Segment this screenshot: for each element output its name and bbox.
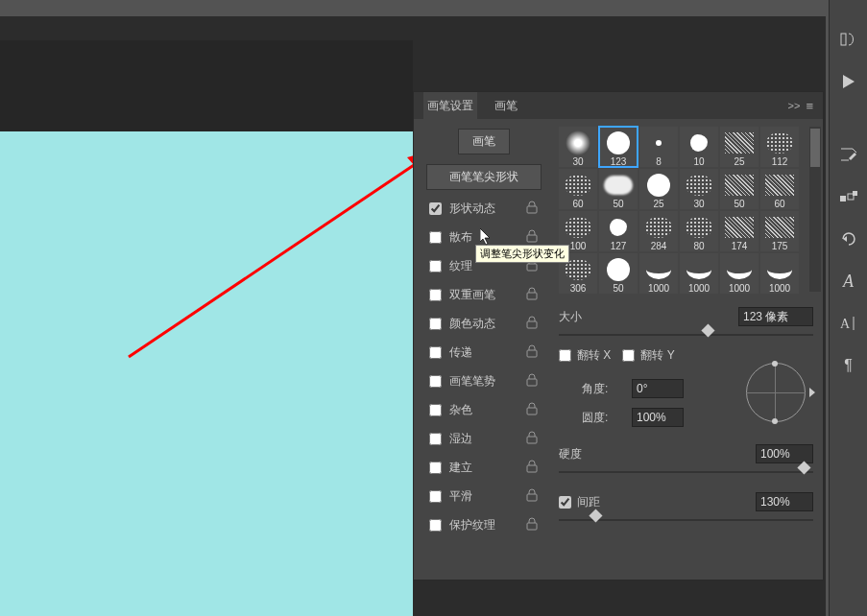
svg-rect-3	[527, 235, 537, 242]
option-checkbox-smoothing[interactable]	[429, 490, 442, 503]
option-wet_edges[interactable]: 湿边	[420, 424, 547, 453]
option-checkbox-shape_dynamics[interactable]	[429, 202, 442, 215]
lock-icon[interactable]	[526, 287, 540, 302]
brush-thumbnail[interactable]: 30	[680, 169, 718, 209]
play-icon[interactable]	[838, 71, 859, 92]
brush-size-label: 30	[572, 156, 583, 167]
option-smoothing[interactable]: 平滑	[420, 482, 547, 510]
option-build_up[interactable]: 建立	[420, 453, 547, 482]
svg-rect-9	[527, 408, 537, 415]
option-color_dynamics[interactable]: 颜色动态	[420, 309, 547, 338]
spacing-input[interactable]	[756, 492, 813, 511]
character-panel-icon[interactable]: A	[838, 313, 859, 334]
paragraph-icon[interactable]: ¶	[838, 355, 859, 376]
brush-size-label: 60	[774, 199, 784, 209]
lock-icon[interactable]	[526, 316, 540, 331]
brush-thumbnail[interactable]: 30	[559, 127, 597, 167]
lock-icon[interactable]	[526, 201, 540, 216]
brush-thumbnail[interactable]: 174	[720, 211, 759, 251]
lock-icon[interactable]	[526, 344, 540, 360]
option-checkbox-transfer[interactable]	[429, 346, 442, 359]
roundness-input[interactable]	[632, 408, 684, 427]
spacing-checkbox[interactable]: 间距	[559, 494, 600, 510]
right-toolbar: A A ¶	[829, 0, 867, 616]
brush-thumbnail[interactable]: 60	[760, 169, 799, 209]
panel-collapse-icon[interactable]: >>	[788, 100, 801, 111]
brush-size-label: 1000	[648, 283, 669, 294]
angle-control[interactable]	[740, 357, 813, 430]
option-label: 画笔笔势	[449, 373, 526, 390]
lock-icon[interactable]	[526, 373, 540, 389]
flip-x-checkbox[interactable]: 翻转 X	[559, 347, 611, 364]
brush-thumbnail[interactable]: 284	[639, 211, 678, 251]
option-shape_dynamics[interactable]: 形状动态	[420, 194, 547, 223]
brush-thumbnail[interactable]: 10	[680, 127, 718, 167]
history-icon[interactable]	[838, 29, 859, 50]
option-label: 平滑	[449, 488, 526, 505]
option-label: 建立	[449, 460, 526, 476]
brush-thumbnail[interactable]: 1000	[639, 253, 678, 294]
lock-icon[interactable]	[526, 402, 540, 417]
option-checkbox-scattering[interactable]	[429, 231, 442, 244]
flip-y-checkbox[interactable]: 翻转 Y	[622, 347, 674, 364]
brush-thumbnail[interactable]: 60	[559, 169, 597, 209]
brush-thumbnail[interactable]: 112	[760, 127, 799, 167]
option-checkbox-protect_texture[interactable]	[429, 519, 442, 532]
svg-rect-19	[853, 191, 857, 196]
option-noise[interactable]: 杂色	[420, 395, 547, 424]
brush-thumbnail[interactable]: 50	[720, 169, 759, 209]
tab-brush-settings[interactable]: 画笔设置	[423, 92, 477, 120]
thumbnail-scrollbar[interactable]	[809, 127, 821, 292]
option-transfer[interactable]: 传递	[420, 338, 547, 367]
option-protect_texture[interactable]: 保护纹理	[420, 510, 547, 539]
brush-size-label: 175	[772, 241, 788, 251]
option-dual_brush[interactable]: 双重画笔	[420, 280, 547, 309]
option-checkbox-wet_edges[interactable]	[429, 433, 442, 445]
brush-thumbnail[interactable]: 123	[599, 127, 638, 167]
glyphs-icon[interactable]: A	[838, 271, 859, 292]
svg-rect-12	[527, 494, 537, 501]
brush-settings-panel: 画笔设置 画笔 >> ≡ 画笔 画笔笔尖形状 形状动态散布纹理双重画笔颜色动态传…	[413, 91, 824, 580]
lock-icon[interactable]	[526, 517, 540, 533]
lock-icon[interactable]	[526, 431, 540, 446]
option-checkbox-color_dynamics[interactable]	[429, 318, 442, 330]
option-pose[interactable]: 画笔笔势	[420, 367, 547, 395]
brush-size-label: 284	[651, 241, 667, 251]
option-checkbox-texture[interactable]	[429, 260, 442, 272]
brush-thumbnail[interactable]: 127	[599, 211, 638, 251]
option-checkbox-noise[interactable]	[429, 404, 442, 416]
panel-menu-icon[interactable]: ≡	[806, 99, 813, 113]
brush-thumbnail[interactable]: 175	[760, 211, 799, 251]
option-checkbox-build_up[interactable]	[429, 462, 442, 474]
brush-thumbnail[interactable]: 25	[639, 169, 678, 209]
brush-preset-button[interactable]: 画笔	[458, 129, 510, 154]
brush-thumbnail[interactable]: 80	[680, 211, 718, 251]
size-slider[interactable]	[559, 328, 813, 342]
brush-thumbnail[interactable]: 1000	[760, 253, 799, 294]
brush-thumbnail[interactable]: 25	[720, 127, 759, 167]
brush-thumbnail[interactable]: 50	[599, 169, 638, 209]
brush-tip-shape-button[interactable]: 画笔笔尖形状	[426, 164, 542, 190]
angle-input[interactable]	[632, 379, 684, 398]
brush-size-label: 30	[693, 199, 704, 209]
tab-brushes[interactable]: 画笔	[491, 92, 521, 120]
option-checkbox-dual_brush[interactable]	[429, 289, 442, 301]
swatches-icon[interactable]	[838, 186, 859, 207]
brush-edit-icon[interactable]	[838, 144, 859, 165]
angle-label: 角度:	[582, 381, 624, 397]
hardness-slider[interactable]	[559, 465, 813, 479]
svg-rect-7	[527, 350, 537, 357]
size-input[interactable]	[738, 307, 813, 326]
brush-thumbnail[interactable]: 50	[599, 253, 638, 294]
brush-thumbnail[interactable]: 8	[639, 127, 678, 167]
spacing-slider[interactable]	[559, 513, 813, 527]
brush-thumbnail[interactable]: 1000	[720, 253, 759, 294]
brush-thumbnail[interactable]: 1000	[680, 253, 718, 294]
option-checkbox-pose[interactable]	[429, 375, 442, 388]
lock-icon[interactable]	[526, 488, 540, 504]
brush-size-label: 25	[734, 156, 744, 167]
lock-icon[interactable]	[526, 460, 540, 475]
document-canvas[interactable]	[0, 131, 413, 616]
lock-icon[interactable]	[526, 229, 540, 245]
undo-icon[interactable]	[838, 228, 859, 249]
